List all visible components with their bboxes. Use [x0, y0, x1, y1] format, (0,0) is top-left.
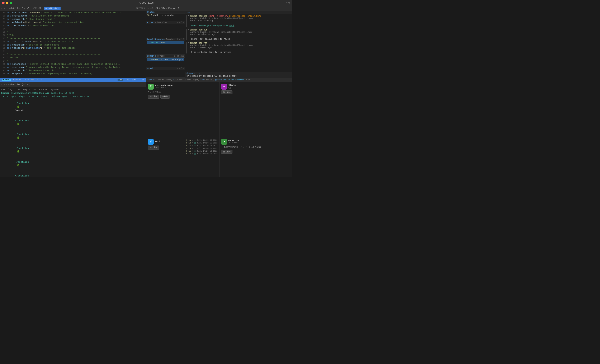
code-line-21: 21 set showmatch " show ) when input (: [1, 18, 145, 21]
branches-header: Local Branches - Remotes 1 of 1: [146, 38, 185, 41]
nvim-active-tab[interactable]: n/init.vim ✓: [44, 7, 61, 9]
coteditor-later-btn[interactable]: 後に通知: [221, 150, 233, 154]
code-line-35: 35 set ignorecase " search without disti…: [1, 63, 145, 66]
commits-body: 2fabba5f KK feat: VSCodeとCh: [146, 58, 185, 62]
code-line-23: 23 set laststatus=2 " show statusline: [1, 24, 145, 27]
status-info: dotfiles → master: [153, 14, 175, 17]
status-body: 10↑0 dotfiles → master: [146, 14, 185, 17]
right-bottom-panel: X Microsoft Excel 2022/05/21 • バグの修正 後に通…: [146, 82, 292, 177]
status-col: ↓:80: [139, 79, 144, 81]
files-counter: 0 of 0: [177, 21, 184, 24]
command-log-header: Command Log: [187, 72, 291, 75]
status-panel: Status 10↑0 dotfiles → master: [146, 11, 185, 21]
code-line-38: 38 set wrapscan " return to the beginnin…: [1, 72, 145, 75]
commits-panel: Commits - Reflog 1 of 261 2fabba5f KK fe…: [146, 55, 185, 67]
code-line-37: 37 set incsearch " incremental search: [1, 69, 145, 72]
notifications-grid: X Microsoft Excel 2022/05/21 • バグの修正 後に通…: [146, 82, 292, 177]
command-log-section: Command Log er commit by pressing 'A' on…: [185, 72, 292, 78]
commit-item[interactable]: 2fabba5f KK feat: VSCodeとCh: [147, 58, 184, 61]
branches-counter: 1 of 1: [177, 38, 184, 40]
window-controls[interactable]: [2, 2, 12, 4]
stash-header: Stash 0 of 0: [146, 67, 185, 70]
top-section: ✕ ✕1 ~/dotfiles (nvim) init.sh n/init.vi…: [0, 6, 292, 82]
fish-sysinfo-2: 14:19 up 27 days, 18:34, 4 users, load a…: [1, 95, 145, 98]
buffers-label: buffers: [136, 7, 145, 9]
code-line-33: 33 " Search: [1, 56, 145, 59]
status-vim: vim: [30, 79, 34, 81]
fish-close-icon[interactable]: ✕: [1, 83, 2, 86]
lazygit-main: Status 10↑0 dotfiles → master Files - Su…: [146, 11, 292, 78]
word-icon: W: [148, 139, 154, 145]
code-line-22: 22 set wildmode=list:longest " autocompl…: [1, 21, 145, 24]
code-line-19: 19 set virtualtedit=onemore " enable to …: [1, 11, 145, 14]
files-body: [146, 24, 185, 25]
lazygit-panel: ✕ ✕2 ~/dotfiles (lazygit) Status 10↑0 do…: [146, 6, 292, 82]
coteditor-content: • 繁体中国語のローカリゼーションを追加: [221, 146, 291, 149]
code-line-31: 31: [1, 50, 145, 53]
fish-terminal[interactable]: Last login: Sat May 21 14:19:43 on ttys0…: [0, 87, 146, 177]
command-log-content: er commit by pressing 'A' on that commit: [187, 75, 291, 77]
word-later-btn[interactable]: 後に通知: [148, 146, 159, 149]
nvim-editor[interactable]: 19 set virtualtedit=onemore " enable to …: [0, 11, 146, 78]
code-line-27: 27 " -----------------------------------…: [1, 37, 145, 40]
status-pos: ↑:32/230=: [125, 79, 137, 81]
code-line-25: 25 " -----------------------------------…: [1, 30, 145, 34]
nvim-status-bar: NORMAL nvim/init.vim vim utf-8 13% ↑:32/…: [0, 78, 146, 82]
status-dots: 10↑0: [147, 14, 153, 17]
fish-tab-bar: ✕ ✕3 ~/dotfiles (-fish): [0, 82, 146, 87]
status-header: Status: [146, 11, 185, 14]
code-line-28: 28 set list listchars=tab:\>\- " visuali…: [1, 40, 145, 43]
excel-app-name: Microsoft Excel: [155, 84, 174, 87]
donate-link[interactable]: Donate: [223, 79, 230, 81]
excel-newfeatures-btn[interactable]: 新機能: [160, 95, 170, 99]
ask-link[interactable]: Ask Question: [231, 79, 244, 81]
window-shortcut: ⌃⌘↑: [286, 1, 290, 4]
nvim-panel: ✕ ✕1 ~/dotfiles (nvim) init.sh n/init.vi…: [0, 6, 146, 82]
lazygit-keys: tab/-5: jump to panel, H/L: scroll left/…: [147, 79, 250, 81]
imovie-later-btn[interactable]: 後に通知: [221, 90, 233, 94]
nvim-close-icon[interactable]: ✕: [1, 7, 2, 9]
branch-item[interactable]: * master 10↑0: [147, 41, 184, 44]
code-line-20: 20 set smartindent " auto indent for pro…: [1, 14, 145, 18]
status-encoding: utf-8: [36, 79, 42, 81]
code-line-30: 30 set tabstop=2 shiftwidth=2 " set Tab …: [1, 47, 145, 50]
code-line-29: 29 set expandtab " set tab to white spac…: [1, 43, 145, 47]
fish-cmd-2: ~/dotfiles 🌿: [1, 115, 145, 129]
minimize-button[interactable]: [6, 2, 8, 4]
lazygit-close-icon[interactable]: ✕: [147, 7, 149, 9]
close-button[interactable]: [2, 2, 5, 4]
code-line-32: 32 " -----------------------------------…: [1, 53, 145, 56]
code-line-24: 24: [1, 27, 145, 30]
fish-cmd-1: ~/dotfiles 🌿 lazygit: [1, 98, 145, 116]
fish-panel: ✕ ✕3 ~/dotfiles (-fish) Last login: Sat …: [0, 82, 146, 177]
stash-body: [146, 70, 185, 71]
code-line-36: 36 set smartcase " search with distincti…: [1, 66, 145, 69]
nvim-tab-label[interactable]: ✕1 ~/dotfiles (nvim): [4, 7, 29, 9]
log-commit-3: * commit 8fd77ff Author: Koichi Kiyokawa…: [187, 42, 291, 54]
vim-mode: NORMAL: [2, 79, 11, 81]
files-header: Files - Submodules 0 of 0: [146, 21, 185, 24]
fish-tab-label[interactable]: ✕3 ~/dotfiles (-fish): [4, 83, 30, 86]
fish-cmd-6: ~/dotfiles 🌿: [1, 171, 145, 177]
coteditor-app-name: CotEditor: [228, 140, 240, 142]
excel-later-btn[interactable]: 後に通知: [148, 95, 159, 99]
log-commit-1: * commit 2fabba5 (HEAD -> master, origin…: [187, 15, 291, 27]
word-app-name: Word: [155, 140, 160, 143]
stash-counter: 0 of 0: [177, 67, 184, 70]
lazygit-bottom-bar: tab/-5: jump to panel, H/L: scroll left/…: [146, 78, 292, 82]
status-right: 13% ↑:32/230= ↓:80: [118, 79, 144, 81]
bottom-section: ✕ ✕3 ~/dotfiles (-fish) Last login: Sat …: [0, 82, 292, 177]
imovie-date: 9月: [228, 86, 236, 89]
lazygit-tab-bar: ✕ ✕2 ~/dotfiles (lazygit): [146, 6, 292, 11]
maximize-button[interactable]: [9, 2, 12, 4]
code-line-34: 34 " -----------------------------------…: [1, 59, 145, 63]
lazygit-version: 0.34: [246, 79, 250, 81]
excel-date: 2022/05/21: [155, 87, 174, 89]
fish-sysinfo-1: Darwin kiyokawakouichinoMacBook-Air.loca…: [1, 92, 145, 95]
stash-panel: Stash 0 of 0: [146, 67, 185, 78]
commits-header: Commits - Reflog 1 of 261: [146, 55, 185, 58]
notification-imovie: iM iMovie 9月 後に通知: [219, 82, 293, 137]
log-body: * commit 2fabba5 (HEAD -> master, origin…: [185, 14, 292, 72]
branches-body: * master 10↑0: [146, 41, 185, 45]
lazygit-tab-label[interactable]: ✕2 ~/dotfiles (lazygit): [150, 7, 179, 9]
